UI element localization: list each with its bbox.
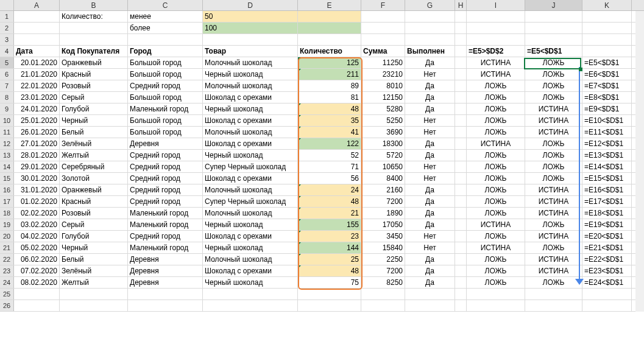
cell-G20[interactable]: Нет: [405, 231, 455, 242]
cell-G26[interactable]: [405, 300, 455, 311]
cell-H8[interactable]: [455, 92, 467, 103]
cell-G13[interactable]: Да: [405, 150, 455, 161]
cell-C11[interactable]: Большой город: [128, 127, 203, 138]
row-header-26[interactable]: 26: [0, 300, 14, 311]
cell-J20[interactable]: ИСТИНА: [525, 231, 582, 242]
row-header-8[interactable]: 8: [0, 92, 14, 103]
vertical-scrollbar[interactable]: [635, 11, 644, 312]
cell-K7[interactable]: =E7<$D$1: [582, 80, 632, 91]
cell-J10[interactable]: ИСТИНА: [525, 115, 582, 126]
cell-I19[interactable]: ИСТИНА: [467, 219, 525, 230]
cell-B22[interactable]: Белый: [60, 254, 128, 265]
cell-A16[interactable]: 31.01.2020: [14, 184, 60, 195]
cell-E5[interactable]: 125: [298, 57, 361, 68]
cell-G22[interactable]: Да: [405, 254, 455, 265]
cell-B10[interactable]: Черный: [60, 115, 128, 126]
cell-C3[interactable]: [128, 34, 203, 45]
cell-H3[interactable]: [455, 34, 467, 45]
cell-A17[interactable]: 01.02.2020: [14, 196, 60, 207]
cell-C23[interactable]: Деревня: [128, 265, 203, 276]
cell-I15[interactable]: ЛОЖЬ: [467, 173, 525, 184]
cell-G19[interactable]: Да: [405, 219, 455, 230]
cell-K23[interactable]: =E23<$D$1: [582, 265, 632, 276]
cell-E13[interactable]: 52: [298, 150, 361, 161]
cell-D22[interactable]: Молочный шоколад: [203, 254, 298, 265]
row-header-20[interactable]: 20: [0, 231, 14, 242]
row-header-17[interactable]: 17: [0, 196, 14, 207]
cell-H1[interactable]: [455, 11, 467, 22]
cell-H26[interactable]: [455, 300, 467, 311]
cell-D20[interactable]: Шоколад с орехами: [203, 231, 298, 242]
cell-D11[interactable]: Молочный шоколад: [203, 127, 298, 138]
cell-E24[interactable]: 75: [298, 277, 361, 288]
cell-F20[interactable]: 3450: [361, 231, 405, 242]
cell-F11[interactable]: 3690: [361, 127, 405, 138]
cell-D23[interactable]: Шоколад с орехами: [203, 265, 298, 276]
cell-D26[interactable]: [203, 300, 298, 311]
select-all-corner[interactable]: [0, 0, 14, 10]
cell-D1[interactable]: 50: [203, 11, 298, 22]
cell-C9[interactable]: Маленький город: [128, 103, 203, 114]
cell-J15[interactable]: ЛОЖЬ: [525, 173, 582, 184]
cell-I3[interactable]: [467, 34, 525, 45]
cell-K18[interactable]: =E18<$D$1: [582, 208, 632, 219]
cell-H23[interactable]: [455, 265, 467, 276]
cell-D8[interactable]: Шоколад с орехами: [203, 92, 298, 103]
cell-J24[interactable]: ЛОЖЬ: [525, 277, 582, 288]
cell-H4[interactable]: [455, 46, 467, 57]
cell-E19[interactable]: 155: [298, 219, 361, 230]
cell-F18[interactable]: 1890: [361, 208, 405, 219]
cell-E1[interactable]: [298, 11, 361, 22]
cell-B12[interactable]: Зелёный: [60, 138, 128, 149]
cell-K22[interactable]: =E22<$D$1: [582, 254, 632, 265]
cell-C16[interactable]: Средний город: [128, 184, 203, 195]
cell-K16[interactable]: =E16<$D$1: [582, 184, 632, 195]
cell-E11[interactable]: 41: [298, 127, 361, 138]
cell-F21[interactable]: 15840: [361, 242, 405, 253]
cell-H21[interactable]: [455, 242, 467, 253]
cell-F19[interactable]: 17050: [361, 219, 405, 230]
cell-I16[interactable]: ЛОЖЬ: [467, 184, 525, 195]
cell-G3[interactable]: [405, 34, 455, 45]
cell-J17[interactable]: ИСТИНА: [525, 196, 582, 207]
cell-C25[interactable]: [128, 289, 203, 300]
row-header-21[interactable]: 21: [0, 242, 14, 253]
cell-G2[interactable]: [405, 23, 455, 33]
cell-C17[interactable]: Средний город: [128, 196, 203, 207]
cell-I4[interactable]: =E5>$D$2: [467, 46, 525, 57]
cell-D2[interactable]: 100: [203, 23, 298, 33]
cell-D24[interactable]: Черный шоколад: [203, 277, 298, 288]
cell-C21[interactable]: Маленький город: [128, 242, 203, 253]
cell-J2[interactable]: [525, 23, 582, 33]
cell-I5[interactable]: ИСТИНА: [467, 57, 525, 68]
cell-D14[interactable]: Супер Черный шоколад: [203, 161, 298, 172]
cell-D6[interactable]: Черный шоколад: [203, 69, 298, 80]
cell-J26[interactable]: [525, 300, 582, 311]
cell-J19[interactable]: ЛОЖЬ: [525, 219, 582, 230]
cell-D21[interactable]: Черный шоколад: [203, 242, 298, 253]
cell-H18[interactable]: [455, 208, 467, 219]
row-header-4[interactable]: 4: [0, 46, 14, 57]
cell-I24[interactable]: ЛОЖЬ: [467, 277, 525, 288]
cell-J25[interactable]: [525, 289, 582, 300]
col-header-C[interactable]: C: [128, 0, 203, 10]
cell-E2[interactable]: [298, 23, 361, 33]
cell-G11[interactable]: Нет: [405, 127, 455, 138]
cell-I23[interactable]: ЛОЖЬ: [467, 265, 525, 276]
cell-J22[interactable]: ИСТИНА: [525, 254, 582, 265]
cell-B26[interactable]: [60, 300, 128, 311]
cell-H10[interactable]: [455, 115, 467, 126]
cell-G21[interactable]: Нет: [405, 242, 455, 253]
cell-K11[interactable]: =E11<$D$1: [582, 127, 632, 138]
cell-B2[interactable]: [60, 23, 128, 33]
cell-A13[interactable]: 28.01.2020: [14, 150, 60, 161]
cell-K20[interactable]: =E20<$D$1: [582, 231, 632, 242]
cell-A3[interactable]: [14, 34, 60, 45]
cell-K1[interactable]: [582, 11, 632, 22]
cell-C12[interactable]: Деревня: [128, 138, 203, 149]
cell-K12[interactable]: =E12<$D$1: [582, 138, 632, 149]
cell-G23[interactable]: Да: [405, 265, 455, 276]
cell-D25[interactable]: [203, 289, 298, 300]
cell-E18[interactable]: 21: [298, 208, 361, 219]
cell-K19[interactable]: =E19<$D$1: [582, 219, 632, 230]
